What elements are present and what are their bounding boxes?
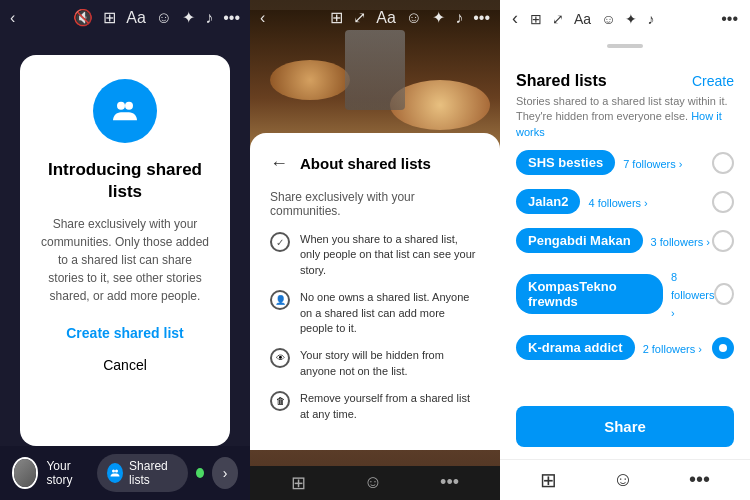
text-icon[interactable]: Aa [126, 9, 146, 27]
image-icon[interactable]: ⊞ [330, 8, 343, 27]
bowl1 [270, 60, 350, 100]
back-icon[interactable]: ‹ [10, 9, 15, 27]
expand-icon[interactable]: ⤢ [353, 8, 366, 27]
about-item-3: 👁 Your story will be hidden from anyone … [270, 348, 480, 379]
list-followers-1: 4 followers › [588, 197, 647, 209]
list-badge-4: K-drama addict [516, 335, 635, 360]
sheet-back-button[interactable]: ← [270, 153, 288, 174]
list-item-0[interactable]: SHS besties 7 followers › [516, 150, 734, 175]
list-item-1[interactable]: Jalan2 4 followers › [516, 189, 734, 214]
eye-off-icon: 👁 [270, 348, 290, 368]
panel3-toolbar-icons: ⊞ ⤢ Aa ☺ ✦ ♪ [530, 11, 654, 27]
list-info-1: 4 followers › [588, 193, 712, 211]
panel3-image-icon[interactable]: ⊞ [530, 11, 542, 27]
your-story-label: Your story [46, 459, 89, 487]
more-icon[interactable]: ••• [223, 9, 240, 27]
sparkle-icon[interactable]: ✦ [432, 8, 445, 27]
image-icon[interactable]: ⊞ [103, 8, 116, 27]
cancel-button[interactable]: Cancel [103, 357, 147, 373]
community-mini-icon [109, 467, 121, 479]
panel3-toolbar: ‹ ⊞ ⤢ Aa ☺ ✦ ♪ ••• [500, 0, 750, 37]
panel1-bottom-bar: Your story Shared lists › [0, 446, 250, 500]
panel3-emoji-icon[interactable]: ☺ [601, 11, 615, 27]
svg-point-0 [117, 102, 125, 110]
create-button[interactable]: Create [692, 73, 734, 89]
shared-list-mini-icon [107, 463, 123, 483]
panel3-more-icon[interactable]: ••• [721, 10, 738, 28]
panel2-bottom-bar: ⊞ ☺ ••• [250, 466, 500, 500]
list-followers-0: 7 followers › [623, 158, 682, 170]
panel3-grid-icon[interactable]: ⊞ [540, 468, 557, 492]
list-badge-3: KompasTekno frewnds [516, 274, 663, 314]
panel1-toolbar: ‹ 🔇 ⊞ Aa ☺ ✦ ♪ ••• [0, 0, 250, 35]
radio-0[interactable] [712, 152, 734, 174]
grid-icon[interactable]: ⊞ [291, 472, 306, 494]
person-off-icon: 👤 [270, 290, 290, 310]
hand-visual [345, 30, 405, 110]
shared-lists-button[interactable]: Shared lists [97, 454, 188, 492]
svg-point-3 [115, 470, 118, 473]
about-text-4: Remove yourself from a shared list at an… [300, 391, 480, 422]
list-badge-2: Pengabdi Makan [516, 228, 643, 253]
shared-lists-title: Shared lists [516, 72, 607, 90]
about-sheet-title: About shared lists [300, 155, 431, 172]
panel3-music-icon[interactable]: ♪ [647, 11, 654, 27]
music-icon[interactable]: ♪ [205, 9, 213, 27]
check-icon-1: ✓ [270, 232, 290, 252]
panel3-expand-icon[interactable]: ⤢ [552, 11, 564, 27]
share-button[interactable]: Share [516, 406, 734, 447]
list-info-4: 2 followers › [643, 339, 712, 357]
more-icon[interactable]: ••• [473, 9, 490, 27]
shared-list-icon-circle [93, 79, 157, 143]
about-text-3: Your story will be hidden from anyone no… [300, 348, 480, 379]
list-item-3[interactable]: KompasTekno frewnds 8 followers › [516, 267, 734, 321]
next-button[interactable]: › [212, 457, 238, 489]
music-icon[interactable]: ♪ [455, 9, 463, 27]
list-followers-4: 2 followers › [643, 343, 702, 355]
about-item-4: 🗑 Remove yourself from a shared list at … [270, 391, 480, 422]
create-shared-list-button[interactable]: Create shared list [66, 325, 184, 341]
sparkle-icon[interactable]: ✦ [182, 8, 195, 27]
shared-lists-container: SHS besties 7 followers › Jalan2 4 follo… [500, 150, 750, 394]
your-story-avatar[interactable] [12, 457, 38, 489]
panel2-bottom-icons: ⊞ ☺ ••• [262, 472, 488, 494]
intro-title: Introducing shared lists [40, 159, 210, 203]
radio-3[interactable] [714, 283, 734, 305]
list-followers-3: 8 followers › [671, 271, 714, 319]
volume-icon[interactable]: 🔇 [73, 8, 93, 27]
panel3-dots-icon[interactable]: ••• [689, 468, 710, 492]
sheet-handle [607, 44, 643, 48]
list-info-2: 3 followers › [651, 232, 712, 250]
list-item-4[interactable]: K-drama addict 2 followers › [516, 335, 734, 360]
list-followers-2: 3 followers › [651, 236, 710, 248]
emoji-icon[interactable]: ☺ [156, 9, 172, 27]
about-text-2: No one owns a shared list. Anyone on a s… [300, 290, 480, 336]
more-dots-icon[interactable]: ••• [440, 472, 459, 494]
panel-shared-lists: ‹ ⊞ ⤢ Aa ☺ ✦ ♪ ••• Shared lists Create S… [500, 0, 750, 500]
list-item-2[interactable]: Pengabdi Makan 3 followers › [516, 228, 734, 253]
radio-inner-dot [719, 344, 727, 352]
about-item-2: 👤 No one owns a shared list. Anyone on a… [270, 290, 480, 336]
face-icon[interactable]: ☺ [364, 472, 382, 494]
radio-1[interactable] [712, 191, 734, 213]
panel3-back-button[interactable]: ‹ [512, 8, 518, 29]
about-sheet-subtitle: Share exclusively with your communities. [270, 190, 480, 218]
trash-icon: 🗑 [270, 391, 290, 411]
panel-introduce-shared-lists: ‹ 🔇 ⊞ Aa ☺ ✦ ♪ ••• Introducing shared li… [0, 0, 250, 500]
panel3-text-icon[interactable]: Aa [574, 11, 591, 27]
green-dot-indicator [196, 468, 204, 478]
about-shared-lists-sheet: ← About shared lists Share exclusively w… [250, 133, 500, 450]
panel3-face-icon[interactable]: ☺ [613, 468, 633, 492]
back-icon[interactable]: ‹ [260, 9, 265, 27]
emoji-icon[interactable]: ☺ [406, 9, 422, 27]
panel3-sparkle-icon[interactable]: ✦ [625, 11, 637, 27]
panel3-bottom-bar: ⊞ ☺ ••• [500, 459, 750, 500]
svg-point-2 [112, 470, 115, 473]
text-aa-icon[interactable]: Aa [376, 9, 396, 27]
radio-4-selected[interactable] [712, 337, 734, 359]
about-text-1: When you share to a shared list, only pe… [300, 232, 480, 278]
panel-food-story: ‹ ⊞ ⤢ Aa ☺ ✦ ♪ ••• Tosokcheon Samgyetang… [250, 0, 500, 500]
shared-lists-description: Stories shared to a shared list stay wit… [500, 94, 750, 150]
radio-2[interactable] [712, 230, 734, 252]
shared-lists-label: Shared lists [129, 459, 178, 487]
